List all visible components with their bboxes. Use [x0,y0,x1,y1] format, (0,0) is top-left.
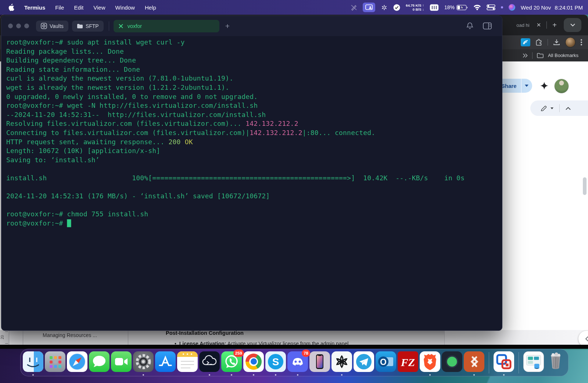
dock-item-notes[interactable] [177,351,198,375]
dock-item-termius[interactable] [199,351,220,375]
finder-icon [23,351,43,372]
safari-icon [67,351,87,372]
edit-mode-dropdown-icon[interactable] [551,107,553,109]
pencil-disabled-icon[interactable] [351,4,357,11]
session-tab-label: voxfor [128,23,142,29]
menu-file[interactable]: File [55,4,64,11]
doc-bullet-item[interactable]: • License Activation: Activate your Virt… [175,341,350,345]
dock-item-trash[interactable] [545,351,566,375]
dock-separator [489,352,489,373]
dock-item-downloads-stack[interactable] [523,351,544,375]
running-indicator-dot [297,374,298,376]
running-indicator-dot [143,374,144,376]
dock-item-facetime[interactable] [111,351,132,375]
active-extension-icon[interactable] [521,38,530,46]
terminal-line: root@voxfor:~# █ [6,219,502,228]
dock-item-chatgpt[interactable] [331,351,352,375]
all-bookmarks-label[interactable]: All Bookmarks [548,53,578,58]
browser-menu-icon[interactable] [581,39,582,46]
toc-cell-text[interactable]: Managing Resources ... [43,332,97,338]
docs-profile-avatar[interactable] [554,79,569,93]
gemini-sparkle-icon[interactable] [540,82,548,90]
new-terminal-tab-button[interactable]: + [225,22,230,31]
doc-section-heading[interactable]: Post-Installation Configuration [166,330,244,336]
minimize-window-button[interactable] [16,24,21,28]
dock-item-remote-desktop[interactable] [464,351,484,375]
bookmarks-folder-icon[interactable] [537,53,544,58]
siri-icon[interactable] [509,4,515,11]
notifications-bell-icon[interactable] [466,22,473,30]
bullet-rest-text: Activate your Virtualizor license from t… [226,341,350,345]
filezilla-icon: FZ [398,351,418,372]
dock-item-outlook[interactable]: O [376,351,396,375]
battery-indicator[interactable]: 18% [444,4,468,10]
extensions-icon[interactable] [535,39,542,46]
downloads-icon[interactable] [553,39,560,46]
dock-item-chrome[interactable] [243,351,264,375]
share-dropdown-icon[interactable] [525,85,528,87]
terminal-line: curl is already the newest version (7.81… [6,74,502,83]
brave-icon [420,351,440,372]
bookmarks-separator [532,52,533,59]
menu-view[interactable]: View [93,4,105,11]
bullet-strong-text: License Activation: [179,341,226,345]
menubar-clock[interactable]: Wed 20 Nov 8:24:01 PM [521,4,584,11]
table-cell-border [23,330,23,345]
screen-sharing-icon[interactable] [363,3,375,12]
dock-item-safari[interactable] [67,351,87,375]
toggle-panel-icon[interactable] [483,22,492,29]
running-indicator-dot [32,374,34,376]
keyboard-icon[interactable] [430,4,439,11]
dock-item-appstore[interactable] [155,351,176,375]
close-window-button[interactable] [8,24,13,28]
dock-item-settings[interactable] [133,351,154,375]
browser-tab-title[interactable]: oad hi [516,22,529,28]
new-tab-icon[interactable]: + [552,21,557,29]
terminal-line: Connecting to files.virtualizor.com (fil… [6,128,502,138]
sftp-button[interactable]: SFTP [72,21,104,32]
menu-help[interactable]: Help [145,4,156,11]
chrome-icon [243,351,264,372]
dock-item-skype[interactable]: S [265,351,286,375]
toolbar-separator [548,39,548,46]
browser-profile-avatar[interactable] [565,37,576,47]
menu-edit[interactable]: Edit [74,4,83,11]
collapse-toolbar-icon[interactable] [566,107,571,110]
chatgpt-menubar-icon[interactable] [381,4,388,11]
notification-badge: 259 [233,350,244,357]
wifi-icon[interactable] [473,4,481,10]
control-center-icon[interactable] [487,4,495,10]
document-strip: 20 Managing Resources ... Post-Installat… [0,330,588,345]
vaults-button[interactable]: Vaults [36,21,68,32]
dock-item-iphone-mirroring[interactable] [309,351,330,375]
net-up: 64.75 K/S ↑ [406,3,424,7]
network-speed-indicator[interactable]: 64.75 K/S ↑ 0 B/S ↓ [406,3,424,11]
terminal-output[interactable]: root@voxfor:~# sudo apt install wget cur… [1,36,502,228]
tab-close-icon[interactable]: ✕ [537,22,541,28]
dock-item-finder[interactable] [23,351,43,375]
dock-item-vmware[interactable] [494,351,514,375]
dock-item-screen-recorder[interactable] [442,351,462,375]
bookmarks-overflow-icon[interactable] [523,53,528,58]
menu-window[interactable]: Window [115,4,135,11]
dock-item-discord[interactable]: 78 [287,351,308,375]
ruler-page-number: 20 [0,335,4,339]
dock-item-launchpad[interactable] [45,351,65,375]
toolbar-divider [109,21,109,31]
window-bottom-edge [0,345,588,349]
tab-search-icon[interactable] [564,18,581,32]
dock-item-messages[interactable] [89,351,110,375]
terminal-line: Saving to: ‘install.sh’ [6,156,502,165]
dock-item-filezilla[interactable]: FZ [398,351,418,375]
menu-app-name[interactable]: Termius [24,4,45,11]
page-scrollbar-thumb[interactable] [583,177,587,195]
check-circle-icon[interactable] [393,4,400,11]
apple-menu-icon[interactable] [8,4,14,11]
dock-item-brave[interactable] [420,351,440,375]
dock-item-whatsapp[interactable]: 259 [221,351,242,375]
session-tab-voxfor[interactable]: voxfor [114,20,219,32]
edit-pencil-icon[interactable] [541,105,547,111]
zoom-window-button[interactable] [24,24,29,28]
dock-item-telegram[interactable] [354,351,374,375]
svg-text:S: S [272,356,279,368]
